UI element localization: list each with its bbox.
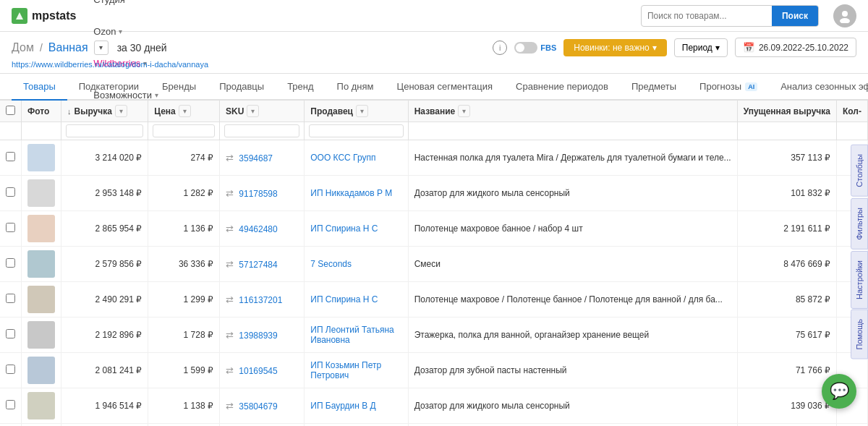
sku-link-1[interactable]: 91178598: [239, 189, 277, 199]
sidebar-tab-помощь[interactable]: Помощь: [851, 310, 868, 359]
row-checkbox-7[interactable]: [6, 400, 15, 409]
tab-предметы[interactable]: Предметы: [620, 74, 688, 101]
fbs-switch[interactable]: [514, 42, 537, 54]
sku-link-3[interactable]: 57127484: [239, 260, 277, 270]
tab-прогнозы[interactable]: ПрогнозыAI: [688, 74, 769, 101]
tab-тренд[interactable]: Тренд: [276, 74, 325, 101]
breadcrumb-sep: /: [40, 42, 43, 54]
row-price: 1 138 ₽: [148, 388, 220, 424]
row-revenue: 2 865 954 ₽: [61, 211, 148, 247]
row-checkbox-1[interactable]: [6, 187, 15, 197]
filter-input-4[interactable]: [309, 124, 403, 137]
sku-link-7[interactable]: 35804679: [239, 401, 277, 412]
product-name-2: Полотенце махровое банное / набор 4 шт: [414, 223, 583, 234]
tab-анализ-сезонных-эффектов[interactable]: Анализ сезонных эффектовAI: [769, 74, 868, 101]
row-checkbox-cell: [0, 211, 22, 247]
row-price: 1 136 ₽: [148, 211, 220, 247]
breadcrumb-dropdown[interactable]: ▾: [94, 41, 109, 55]
date-range-button[interactable]: 📅 26.09.2022-25.10.2022: [735, 38, 856, 57]
seller-link-4[interactable]: ИП Спирина Н С: [310, 294, 378, 304]
row-name: Набор развивающих игрушек Тактилики: [408, 424, 737, 427]
novelties-button[interactable]: Новинки: не важно ▾: [563, 39, 667, 56]
row-checkbox-2[interactable]: [6, 223, 15, 232]
product-name-4: Полотенце махровое / Полотенце банное / …: [414, 294, 723, 304]
row-checkbox-5[interactable]: [6, 329, 15, 338]
period-button[interactable]: Период ▾: [674, 38, 728, 57]
row-checkbox-6[interactable]: [6, 365, 15, 374]
sku-link-5[interactable]: 13988939: [239, 331, 277, 341]
row-revenue: 1 946 514 ₽: [61, 388, 148, 424]
table-row: 1 946 514 ₽ 1 138 ₽ ⇄ 35804679 ИП Баурди…: [0, 388, 868, 424]
sidebar-tab-настройки[interactable]: Настройки: [851, 251, 868, 309]
row-checkbox-0[interactable]: [6, 152, 15, 161]
product-image: [27, 321, 55, 349]
row-price: 1 599 ₽: [148, 353, 220, 388]
svg-point-1: [842, 11, 848, 17]
seller-link-1[interactable]: ИП Никкадамов Р М: [310, 188, 392, 198]
sku-link-6[interactable]: 10169545: [239, 366, 277, 376]
col-filter-btn-5[interactable]: ▾: [458, 105, 470, 117]
col-checkbox: [0, 101, 22, 122]
tab-ценовая-сегментация[interactable]: Ценовая сегментация: [386, 74, 505, 101]
row-lost-revenue: 384 271 ₽: [737, 424, 836, 427]
table-body: 3 214 020 ₽ 274 ₽ ⇄ 3594687 ООО КСС Груп…: [0, 140, 868, 427]
seller-link-7[interactable]: ИП Баурдин В Д: [310, 401, 375, 411]
search-button[interactable]: Поиск: [772, 5, 818, 27]
seller-link-3[interactable]: 7 Seconds: [310, 259, 352, 269]
row-seller: ИП Козьмин Петр Петрович: [305, 353, 408, 388]
nav-item-студия[interactable]: Студия: [90, 0, 161, 16]
tab-по-дням[interactable]: По дням: [326, 74, 386, 101]
sku-link-2[interactable]: 49462480: [239, 224, 277, 234]
col-header-цена: Цена▾: [148, 101, 220, 122]
avatar[interactable]: [833, 4, 856, 27]
product-name-5: Этажерка, полка для ванной, органайзер х…: [414, 330, 650, 340]
sku-link-4[interactable]: 116137201: [239, 295, 282, 305]
info-button[interactable]: i: [493, 41, 507, 55]
search-input[interactable]: [642, 11, 772, 21]
sidebar-tab-фильтры[interactable]: Фильтры: [851, 198, 868, 250]
table-filter-row: [0, 122, 868, 140]
row-checkbox-4[interactable]: [6, 294, 15, 303]
tab-бренды[interactable]: Бренды: [150, 74, 208, 101]
row-lost-revenue: 85 872 ₽: [737, 282, 836, 318]
tab-сравнение-периодов[interactable]: Сравнение периодов: [504, 74, 620, 101]
col-filter-btn-3[interactable]: ▾: [247, 105, 259, 117]
seller-link-2[interactable]: ИП Спирина Н С: [310, 223, 378, 234]
row-photo-cell: [22, 211, 61, 247]
row-photo-cell: [22, 247, 61, 282]
product-name-3: Смеси: [414, 259, 441, 269]
row-name: Смеси: [408, 247, 737, 282]
sku-link-0[interactable]: 3594687: [239, 153, 273, 163]
tab-продавцы[interactable]: Продавцы: [208, 74, 276, 101]
tab-подкатегории[interactable]: Подкатегории: [67, 74, 150, 101]
filter-cell-2: [148, 122, 220, 140]
row-photo-cell: [22, 282, 61, 318]
filter-cell-3: [219, 122, 304, 140]
logo[interactable]: mpstats: [12, 8, 76, 24]
filter-input-2[interactable]: [153, 124, 215, 137]
col-header-выручка[interactable]: ↓Выручка▾: [61, 101, 148, 122]
row-checkbox-3[interactable]: [6, 258, 15, 268]
row-checkbox-cell: [0, 282, 22, 318]
filter-input-3[interactable]: [224, 124, 299, 137]
seller-link-5[interactable]: ИП Леонтий Татьяна Ивановна: [310, 325, 393, 345]
search-box: Поиск: [641, 5, 819, 27]
row-photo-cell: [22, 424, 61, 427]
tab-товары[interactable]: Товары: [12, 74, 67, 101]
fbs-toggle[interactable]: FBS: [514, 42, 556, 54]
row-lost-revenue: 8 476 669 ₽: [737, 247, 836, 282]
seller-link-0[interactable]: ООО КСС Групп: [310, 153, 375, 163]
col-filter-btn-2[interactable]: ▾: [179, 105, 191, 117]
logo-text: mpstats: [32, 9, 76, 22]
col-filter-btn-4[interactable]: ▾: [356, 105, 368, 117]
select-all-checkbox[interactable]: [6, 106, 15, 115]
chat-bubble[interactable]: 💬: [822, 374, 856, 409]
filter-input-1[interactable]: [66, 124, 143, 137]
breadcrumb-url[interactable]: https://www.wildberries.ru/catalog/dom-i…: [12, 60, 856, 69]
seller-link-6[interactable]: ИП Козьмин Петр Петрович: [310, 360, 381, 380]
row-sku: ⇄ 116137201: [219, 282, 304, 318]
breadcrumb-home[interactable]: Дом: [12, 41, 34, 54]
col-filter-btn-1[interactable]: ▾: [115, 105, 127, 117]
row-checkbox-cell: [0, 318, 22, 353]
sidebar-tab-столбцы[interactable]: Столбцы: [851, 145, 868, 197]
